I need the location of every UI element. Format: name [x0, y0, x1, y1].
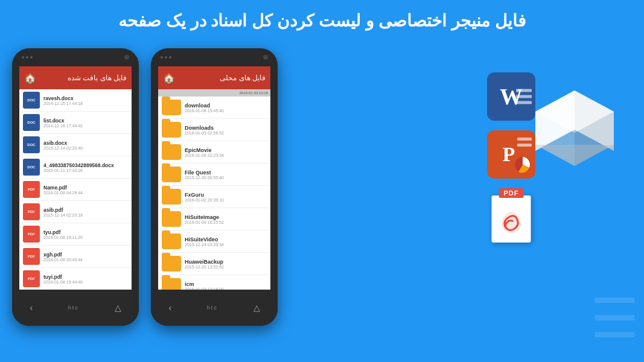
file-badge: PDF — [23, 203, 40, 220]
pdf-icon-container[interactable]: PDF — [487, 188, 535, 243]
phone-1-camera — [124, 55, 129, 60]
list-item[interactable]: DOC asib.docx 2015-12-14 02:20:40 — [19, 134, 132, 156]
phone-1-header: 🏠 فایل های یافت شده — [19, 66, 132, 89]
list-item[interactable]: icm 2016-01-03 12:18:00 — [158, 275, 270, 290]
phone-2-screen: 🏠 فایل های محلی 2016-01-03 13:18 downloa… — [158, 66, 270, 290]
file-badge: PDF — [23, 226, 40, 243]
phone-1-nav: ‹ htc △ — [12, 290, 139, 326]
folder-date: 2016-01-09 16:25:52 — [185, 220, 224, 224]
file-info: tyu.pdf 2016-01-08 18:11:20 — [43, 229, 83, 240]
list-item[interactable]: HiSuiteVideo 2015-12-24 03:39:34 — [158, 230, 270, 253]
svg-marker-6 — [535, 145, 614, 166]
dot — [30, 56, 33, 59]
home-nav-icon[interactable]: △ — [115, 303, 121, 313]
phone-2-camera — [263, 55, 268, 60]
home-nav-icon-2[interactable]: △ — [253, 303, 260, 313]
list-item[interactable]: PDF Name.pdf 2016-01-08 04:29:44 — [19, 179, 132, 201]
file-name: xgh.pdf — [43, 252, 83, 258]
list-item[interactable]: HuaweiBackup 2015-12-20 13:52:52 — [158, 253, 270, 275]
folder-icon — [162, 122, 181, 138]
phone-2-nav: ‹ htc △ — [151, 290, 278, 326]
list-item[interactable]: PDF tuyi.pdf 2016-01-08 19:44:40 — [19, 268, 132, 290]
file-info: 4_498338750342889568.docx 2015-01-11 17:… — [43, 162, 114, 173]
folder-name: HiSuiteVideo — [185, 237, 224, 243]
folder-date: 2016-01-03 12:18:00 — [185, 287, 224, 290]
phone-2-top — [151, 48, 278, 66]
folder-name: EpicMovie — [185, 147, 224, 153]
folder-name: FxGuru — [185, 192, 224, 198]
file-name: list.docx — [43, 118, 83, 124]
home-icon-2[interactable]: 🏠 — [163, 72, 175, 84]
list-item[interactable]: EpicMovie 2016-01-08 22:23:34 — [158, 141, 270, 164]
folder-icon — [162, 211, 181, 227]
folder-info: HuaweiBackup 2015-12-20 13:52:52 — [185, 259, 224, 269]
pdf-acrobat-icon — [498, 209, 524, 238]
list-item[interactable]: Downloads 2016-01-03 02:56:52 — [158, 119, 270, 141]
dot — [22, 56, 24, 59]
folder-icon — [162, 189, 181, 205]
page-title: فایل منیجر اختصاصی و لیست کردن کل اسناد … — [0, 0, 644, 37]
file-info: ravesh.docx 2014-12-16 17:44:18 — [43, 95, 83, 106]
folder-info: EpicMovie 2016-01-08 22:23:34 — [185, 147, 224, 157]
word-letter: W — [500, 83, 523, 110]
file-date: 2016-01-08 20:43:44 — [43, 258, 83, 262]
folder-date: 2016-01-03 02:56:52 — [185, 131, 224, 135]
list-item[interactable]: DOC 4_498338750342889568.docx 2015-01-11… — [19, 156, 132, 179]
phone-1-header-title: فایل های یافت شده — [41, 74, 127, 82]
folder-name: File Quest — [185, 170, 224, 176]
phone-1: 🏠 فایل های یافت شده DOC ravesh.docx 2014… — [12, 48, 139, 326]
file-badge: DOC — [23, 114, 40, 131]
file-date: 2016-01-08 18:11:20 — [43, 235, 83, 240]
file-badge: PDF — [23, 270, 40, 287]
list-item[interactable]: FxGuru 2016-01-02 20:39:10 — [158, 186, 270, 208]
phone-2-brand: htc — [207, 305, 218, 311]
file-badge: PDF — [23, 248, 40, 265]
folder-info: FxGuru 2016-01-02 20:39:10 — [185, 192, 224, 202]
list-item[interactable]: PDF asib.pdf 2015-12-14 02:20:18 — [19, 201, 132, 223]
back-icon[interactable]: ‹ — [30, 303, 33, 313]
file-date: 2014-12-16 17:44:18 — [43, 101, 83, 106]
home-icon[interactable]: 🏠 — [24, 72, 36, 84]
file-badge: PDF — [23, 181, 40, 198]
folder-date: 2015-12-24 03:39:34 — [185, 243, 224, 247]
list-item[interactable]: File Quest 2015-12-30 00:55:40 — [158, 164, 270, 186]
folder-date: 2016-01-08 22:23:34 — [185, 153, 224, 157]
file-name: Name.pdf — [43, 185, 83, 191]
dot — [161, 56, 163, 59]
file-info: tuyi.pdf 2016-01-08 19:44:40 — [43, 274, 83, 284]
file-info: xgh.pdf 2016-01-08 20:43:44 — [43, 252, 83, 262]
folder-date: 2016-01-02 20:39:10 — [185, 198, 224, 202]
list-item[interactable]: PDF tyu.pdf 2016-01-08 18:11:20 — [19, 223, 132, 246]
folder-name: HuaweiBackup — [185, 259, 224, 265]
folder-date: 2016-01-08 19:45:40 — [185, 109, 224, 113]
file-info: asib.docx 2015-12-14 02:20:40 — [43, 140, 83, 150]
folder-info: download 2016-01-08 19:45:40 — [185, 103, 224, 113]
file-date: 2016-01-08 04:29:44 — [43, 191, 83, 195]
dot — [26, 56, 28, 59]
ms-office-3d-icon — [523, 72, 626, 175]
file-name: 4_498338750342889568.docx — [43, 162, 114, 168]
folder-info: icm 2016-01-03 12:18:00 — [185, 281, 224, 290]
file-name: tuyi.pdf — [43, 274, 83, 280]
folder-icon — [162, 144, 181, 160]
phone-2-folder-list[interactable]: 2016-01-03 13:18 download 2016-01-08 19:… — [158, 89, 270, 290]
list-item[interactable]: DOC list.docx 2014-12-16 17:44:42 — [19, 112, 132, 134]
bg-decorative-icon: ☰ — [590, 287, 639, 350]
folder-name: icm — [185, 281, 224, 287]
list-item[interactable]: HiSuiteImage 2016-01-09 16:25:52 — [158, 208, 270, 230]
back-icon-2[interactable]: ‹ — [168, 303, 171, 313]
folder-icon — [162, 233, 181, 249]
list-item[interactable]: PDF xgh.pdf 2016-01-08 20:43:44 — [19, 246, 132, 268]
phone-1-dots — [22, 56, 33, 59]
phone-1-top — [12, 48, 139, 66]
list-item[interactable]: DOC ravesh.docx 2014-12-16 17:44:18 — [19, 89, 132, 112]
phone-2-header: 🏠 فایل های محلی — [158, 66, 270, 89]
folder-info: File Quest 2015-12-30 00:55:40 — [185, 170, 224, 180]
file-date: 2014-12-16 17:44:42 — [43, 124, 83, 128]
phone-1-file-list[interactable]: DOC ravesh.docx 2014-12-16 17:44:18 DOC … — [19, 89, 132, 290]
file-info: list.docx 2014-12-16 17:44:42 — [43, 118, 83, 128]
folder-date: 2015-12-20 13:52:52 — [185, 265, 224, 269]
folder-info: HiSuiteImage 2016-01-09 16:25:52 — [185, 214, 224, 224]
file-info: asib.pdf 2015-12-14 02:20:18 — [43, 207, 83, 217]
list-item[interactable]: download 2016-01-08 19:45:40 — [158, 97, 270, 119]
